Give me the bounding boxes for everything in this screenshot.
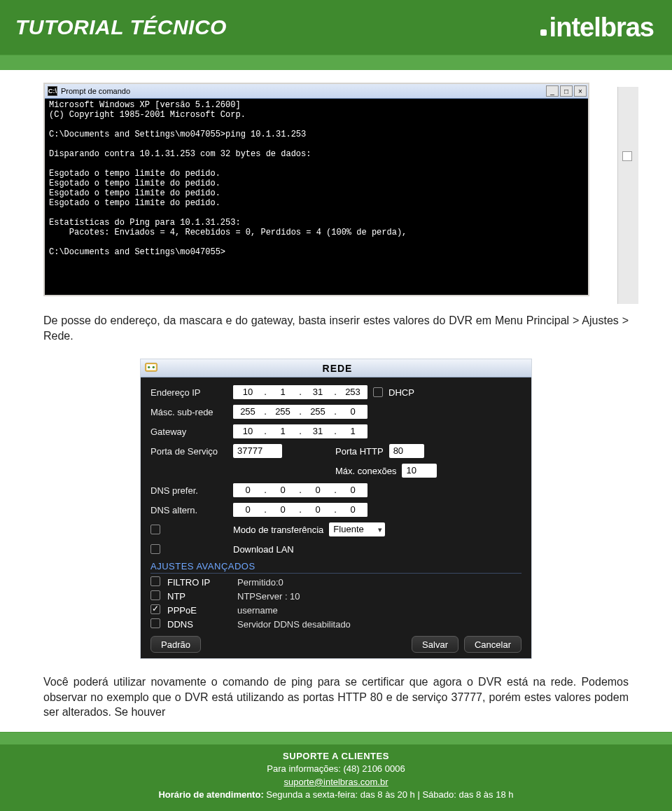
mode-checkbox[interactable] bbox=[150, 525, 160, 534]
adv-status: Servidor DDNS desabilitado bbox=[237, 619, 351, 630]
dialog-button-row: Padrão Salvar Cancelar bbox=[150, 636, 522, 653]
adv-name: DDNS bbox=[167, 619, 230, 630]
cmd-window: C:\ Prompt de comando _ □ × Microsoft Wi… bbox=[43, 83, 589, 296]
svc-port-field[interactable]: 37777 bbox=[233, 444, 282, 458]
adv-item[interactable]: DDNSServidor DDNS desabilitado bbox=[150, 618, 522, 630]
adv-name: NTP bbox=[167, 591, 230, 602]
cmd-output: Microsoft Windows XP [versão 5.1.2600] (… bbox=[45, 99, 588, 295]
rede-dialog: REDE Endereço IP 10. 1. 31. 253 DHCP Más… bbox=[140, 359, 532, 659]
dns2-field[interactable]: 0. 0. 0. 0 bbox=[233, 503, 368, 517]
paragraph-2: Você poderá utilizar novamente o comando… bbox=[43, 674, 629, 720]
http-port-field[interactable]: 80 bbox=[389, 444, 424, 458]
minimize-button[interactable]: _ bbox=[546, 85, 559, 97]
adv-checkbox[interactable] bbox=[150, 576, 160, 586]
cancel-button[interactable]: Cancelar bbox=[464, 636, 522, 653]
cmd-icon: C:\ bbox=[48, 86, 57, 96]
adv-checkbox[interactable] bbox=[150, 590, 160, 600]
cmd-titlebar: C:\ Prompt de comando _ □ × bbox=[45, 84, 588, 99]
default-button[interactable]: Padrão bbox=[150, 636, 201, 653]
label-svc-port: Porta de Serviço bbox=[150, 446, 227, 457]
dhcp-checkbox[interactable] bbox=[373, 387, 383, 397]
footer-content: SUPORTE A CLIENTES Para informações: (48… bbox=[0, 744, 672, 811]
label-http-port: Porta HTTP bbox=[335, 446, 384, 457]
adv-list: FILTRO IPPermitido:0NTPNTPServer : 10PPP… bbox=[150, 576, 522, 630]
label-ip: Endereço IP bbox=[150, 387, 227, 398]
adv-item[interactable]: PPPoEusername bbox=[150, 604, 522, 616]
close-button[interactable]: × bbox=[574, 85, 587, 97]
label-max-conn: Máx. conexões bbox=[335, 466, 396, 476]
ip-field[interactable]: 10. 1. 31. 253 bbox=[233, 385, 368, 399]
adv-item[interactable]: FILTRO IPPermitido:0 bbox=[150, 576, 522, 588]
cmd-screenshot: C:\ Prompt de comando _ □ × Microsoft Wi… bbox=[43, 83, 629, 296]
header-accent-bar bbox=[0, 55, 672, 70]
label-gateway: Gateway bbox=[150, 427, 227, 437]
label-dns2: DNS altern. bbox=[150, 505, 227, 515]
footer-hours: Segunda a sexta-feira: das 8 às 20 h | S… bbox=[266, 789, 513, 800]
mask-field[interactable]: 255. 255. 255. 0 bbox=[233, 405, 368, 419]
max-conn-field[interactable]: 10 bbox=[402, 464, 437, 478]
footer-title: SUPORTE A CLIENTES bbox=[0, 750, 672, 763]
maximize-button[interactable]: □ bbox=[560, 85, 573, 97]
background-glyph bbox=[622, 151, 632, 161]
page-body: C:\ Prompt de comando _ □ × Microsoft Wi… bbox=[0, 70, 672, 720]
footer-accent-bar bbox=[0, 732, 672, 744]
label-dns1: DNS prefer. bbox=[150, 485, 227, 496]
rede-titlebar: REDE bbox=[141, 359, 531, 377]
dns1-field[interactable]: 0. 0. 0. 0 bbox=[233, 483, 368, 497]
rede-title: REDE bbox=[144, 363, 531, 374]
download-lan-checkbox[interactable] bbox=[150, 544, 160, 554]
doc-header: TUTORIAL TÉCNICO intelbras bbox=[0, 0, 672, 55]
adv-status: Permitido:0 bbox=[237, 577, 284, 588]
label-mask: Másc. sub-rede bbox=[150, 407, 227, 417]
label-mode: Modo de transferência bbox=[233, 525, 323, 535]
cmd-window-title: Prompt de comando bbox=[61, 87, 130, 95]
adv-checkbox[interactable] bbox=[150, 604, 160, 614]
adv-name: PPPoE bbox=[167, 605, 230, 616]
adv-item[interactable]: NTPNTPServer : 10 bbox=[150, 590, 522, 602]
brand-logo: intelbras bbox=[540, 13, 654, 43]
label-dhcp: DHCP bbox=[388, 387, 414, 398]
adv-checkbox[interactable] bbox=[150, 618, 160, 628]
rede-body: Endereço IP 10. 1. 31. 253 DHCP Másc. su… bbox=[141, 377, 531, 658]
adv-status: username bbox=[237, 605, 278, 616]
brand-dot-icon bbox=[540, 29, 547, 36]
label-download-lan: Download LAN bbox=[233, 544, 294, 555]
paragraph-1: De posse do endereço, da mascara e do ga… bbox=[43, 313, 629, 343]
save-button[interactable]: Salvar bbox=[412, 636, 458, 653]
background-app-sliver bbox=[617, 87, 638, 304]
mode-select[interactable]: Fluente bbox=[329, 522, 385, 536]
adv-section-title: AJUSTES AVANÇADOS bbox=[150, 561, 522, 574]
adv-name: FILTRO IP bbox=[167, 577, 230, 588]
gateway-field[interactable]: 10. 1. 31. 1 bbox=[233, 424, 368, 438]
doc-footer: SUPORTE A CLIENTES Para informações: (48… bbox=[0, 732, 672, 811]
footer-phone: (48) 2106 0006 bbox=[343, 763, 405, 774]
adv-status: NTPServer : 10 bbox=[237, 591, 300, 602]
footer-email-link[interactable]: suporte@intelbras.com.br bbox=[284, 777, 388, 787]
doc-title: TUTORIAL TÉCNICO bbox=[15, 15, 227, 39]
